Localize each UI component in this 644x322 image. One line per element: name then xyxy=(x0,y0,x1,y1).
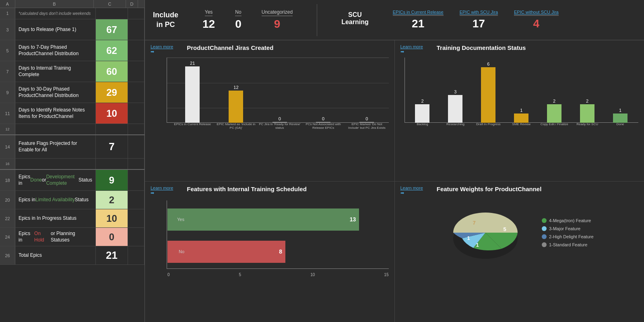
epic-scu-label: EPIC with SCU Jira xyxy=(460,10,498,16)
epics-done-label: Epics in Done or Development Complete St… xyxy=(15,170,96,190)
vbar-backlog: 2 xyxy=(406,99,439,123)
bar-group-4: 0 xyxy=(301,116,345,123)
pie-segment-standard xyxy=(453,213,485,233)
right-panel: Includein PC Yes 12 No 0 Uncategorized 9… xyxy=(145,0,644,322)
x-tick: 10 xyxy=(310,272,315,277)
col-header-a: A xyxy=(0,0,15,8)
right-charts-col: Learn more ➡ Training Documentation Stat… xyxy=(395,40,644,322)
arrow-icon: ➡ xyxy=(151,190,154,196)
bar-group-5: 0 xyxy=(345,116,388,123)
learn-more-link[interactable]: Learn more ➡ xyxy=(400,186,423,196)
uncat-label: Uncategorized xyxy=(262,9,293,16)
chart-title: Feature Weights for ProductChannel xyxy=(437,186,542,192)
y-axis xyxy=(167,200,167,269)
include-pc-values: Yes 12 No 0 Uncategorized 9 xyxy=(202,9,293,31)
table-row: 24 Epics in On Hold or Planning Statuses… xyxy=(0,228,144,246)
rows-container: 1 *calculated days don't include weekend… xyxy=(0,8,144,322)
bar-value: 0 xyxy=(322,116,324,121)
learn-more-link[interactable]: Learn more ➡ xyxy=(151,44,173,54)
empty-label xyxy=(15,124,96,134)
bar-chart-area: 21 12 0 xyxy=(151,58,389,134)
epic-no-scu-value: 4 xyxy=(533,17,540,30)
empty-value xyxy=(96,159,128,169)
pie-label-mega: 5 xyxy=(503,226,506,232)
hbar-chart-container: Yes 13 No 8 0 5 xyxy=(151,200,389,281)
include-pc-label: Includein PC xyxy=(153,10,178,29)
no-label: No xyxy=(235,9,241,16)
table-row: 14 Feature Flags Projected for Enable fo… xyxy=(0,135,144,159)
epics-inprogress-label: Epics in In Progress Status xyxy=(15,209,96,227)
learn-more-link[interactable]: Learn more ➡ xyxy=(400,44,423,54)
vbar-body xyxy=(613,114,627,123)
epic-scu-value: 17 xyxy=(473,17,485,30)
bar-value: 12 xyxy=(233,85,238,90)
epic-no-scu-col: EPIC without SCU Jira 4 xyxy=(514,10,559,30)
x-axis-ticks: 0 5 10 15 xyxy=(167,272,389,277)
table-row: 5 Days to 7-Day Phased ProductChannel Di… xyxy=(0,40,144,61)
vbars-container: 2 3 6 xyxy=(406,60,637,123)
chart-pc-jiras: Learn more ➡ ProductChannel Jiras Create… xyxy=(145,40,394,182)
empty-cell xyxy=(128,246,144,264)
empty-cell xyxy=(128,8,144,19)
x-label: Draft In Progress xyxy=(472,123,505,134)
days-7day-value: 62 xyxy=(96,40,128,61)
yes-bar-label: Yes xyxy=(169,217,184,222)
epics-inprogress-value: 10 xyxy=(96,209,128,227)
table-row: 7 Days to Internal Training Complete 60 xyxy=(0,61,144,82)
yes-col: Yes 12 xyxy=(202,9,215,31)
empty-cell xyxy=(128,82,144,103)
x-label: Researching xyxy=(439,123,472,134)
col-header-d: D xyxy=(126,0,138,8)
scu-section: SCULearning xyxy=(341,11,369,29)
empty-cell xyxy=(128,170,144,190)
no-bar-row: No 8 xyxy=(167,241,389,263)
pie-label-delight: 1 xyxy=(467,235,470,241)
days-release-label: Days to Release (Phase 1) xyxy=(15,19,96,40)
days-30day-value: 29 xyxy=(96,82,128,103)
learn-more-text: Learn more xyxy=(400,44,423,49)
arrow-icon: ➡ xyxy=(400,190,404,196)
vbar-val: 1 xyxy=(520,108,522,113)
col-header-b: B xyxy=(15,0,94,8)
vbar-val: 2 xyxy=(586,99,588,103)
scu-label: SCULearning xyxy=(341,11,369,26)
row-number: 11 xyxy=(0,103,15,124)
vbar-draft: 6 xyxy=(472,62,505,123)
bars-container: 21 12 0 xyxy=(171,60,389,123)
vbar-body xyxy=(580,104,594,123)
x-tick: 5 xyxy=(239,272,242,277)
empty-cell xyxy=(128,103,144,124)
x-label: EPIC Marked as 'Include in PC (GA)' xyxy=(214,123,258,134)
x-axis-labels: EPICs in Current Release EPIC Marked as … xyxy=(171,123,389,134)
learn-more-link[interactable]: Learn more ➡ xyxy=(151,186,173,196)
top-summary-bar: Includein PC Yes 12 No 0 Uncategorized 9… xyxy=(145,0,644,40)
x-label: Ready for SCU xyxy=(571,123,604,134)
value-cell xyxy=(96,8,128,19)
bar-body xyxy=(229,91,243,123)
arrow-icon: ➡ xyxy=(151,49,154,54)
chart-feature-weights: Learn more ➡ Feature Weights for Product… xyxy=(395,182,644,322)
grid-line xyxy=(167,58,389,58)
bar-body xyxy=(185,66,200,123)
empty-cell xyxy=(128,135,144,158)
epics-limited-value: 2 xyxy=(96,191,128,209)
empty-value xyxy=(96,124,128,134)
table-row: 9 Days to 30-Day Phased ProductChannel D… xyxy=(0,82,144,103)
chart-title: Training Documentation Status xyxy=(437,44,526,51)
epic-scu-col: EPIC with SCU Jira 17 xyxy=(460,10,498,30)
no-value: 0 xyxy=(235,18,242,31)
vbar-val: 3 xyxy=(454,89,456,94)
legend-item-major: 3-Major Feature xyxy=(542,226,594,231)
x-label: PC Jira in 'Ready for Review' status xyxy=(258,123,301,134)
vbar-done: 1 xyxy=(604,108,637,123)
vbar-val: 2 xyxy=(553,99,555,103)
pie-legend: 4-Mega(tron) Feature 3-Major Feature 2-H… xyxy=(542,218,594,247)
table-row: 12 xyxy=(0,124,144,135)
chart-training-docs: Learn more ➡ Training Documentation Stat… xyxy=(395,40,644,182)
chart-header: Learn more ➡ Feature Weights for Product… xyxy=(400,186,639,197)
vbar-copyedit: 2 xyxy=(538,99,571,123)
learn-more-text: Learn more xyxy=(151,44,173,49)
empty-cell xyxy=(128,61,144,82)
uncat-col: Uncategorized 9 xyxy=(262,9,293,31)
row-number: 12 xyxy=(0,124,15,134)
